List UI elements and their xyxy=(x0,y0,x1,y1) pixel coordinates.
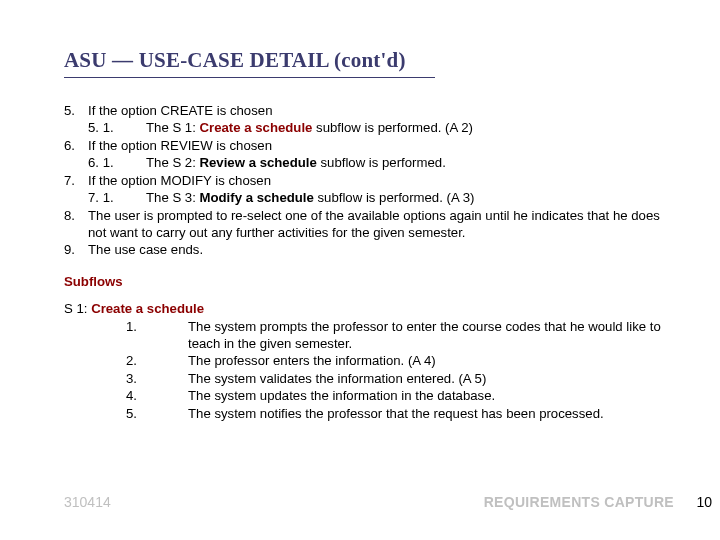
page-number: 10 xyxy=(696,494,712,510)
step-row: 5. If the option CREATE is chosen xyxy=(64,102,664,119)
item-number: 4. xyxy=(126,387,188,404)
item-text: The system updates the information in th… xyxy=(188,387,664,404)
title-underline xyxy=(64,77,435,78)
item-text: The system prompts the professor to ente… xyxy=(188,318,664,353)
step-text: The use case ends. xyxy=(88,241,664,258)
subflow-title: S 1: Create a schedule xyxy=(64,300,664,317)
step-number: 7. xyxy=(64,172,88,189)
step-number: 9. xyxy=(64,241,88,258)
subflows-header: Subflows xyxy=(64,273,664,290)
item-number: 3. xyxy=(126,370,188,387)
step-text: If the option CREATE is chosen xyxy=(88,102,664,119)
subflow-name: Review a schedule xyxy=(200,155,317,170)
step-text: The user is prompted to re-select one of… xyxy=(88,207,664,242)
item-text: The system notifies the professor that t… xyxy=(188,405,664,422)
list-item: 4. The system updates the information in… xyxy=(126,387,664,404)
step-row: 6. If the option REVIEW is chosen xyxy=(64,137,664,154)
substep-text: The S 1: Create a schedule subflow is pe… xyxy=(146,119,664,136)
content: 5. If the option CREATE is chosen 5. 1. … xyxy=(64,102,664,422)
item-number: 1. xyxy=(126,318,188,353)
subflow-name: Modify a schedule xyxy=(200,190,314,205)
substep-text: The S 3: Modify a schedule subflow is pe… xyxy=(146,189,664,206)
spacer xyxy=(64,119,88,136)
substep-number: 6. 1. xyxy=(88,154,146,171)
item-text: The professor enters the information. (A… xyxy=(188,352,664,369)
slide: ASU — USE-CASE DETAIL (cont'd) 5. If the… xyxy=(0,0,720,540)
item-text: The system validates the information ent… xyxy=(188,370,664,387)
item-number: 5. xyxy=(126,405,188,422)
item-number: 2. xyxy=(126,352,188,369)
step-number: 6. xyxy=(64,137,88,154)
list-item: 5. The system notifies the professor tha… xyxy=(126,405,664,422)
subflow-name: Create a schedule xyxy=(91,301,204,316)
footer-section: REQUIREMENTS CAPTURE xyxy=(484,494,674,510)
spacer xyxy=(64,189,88,206)
step-number: 5. xyxy=(64,102,88,119)
step-text: If the option REVIEW is chosen xyxy=(88,137,664,154)
substep-number: 7. 1. xyxy=(88,189,146,206)
step-row: 9. The use case ends. xyxy=(64,241,664,258)
substep-row: 6. 1. The S 2: Review a schedule subflow… xyxy=(64,154,664,171)
substep-row: 7. 1. The S 3: Modify a schedule subflow… xyxy=(64,189,664,206)
list-item: 2. The professor enters the information.… xyxy=(126,352,664,369)
list-item: 3. The system validates the information … xyxy=(126,370,664,387)
step-row: 7. If the option MODIFY is chosen xyxy=(64,172,664,189)
subflow-name: Create a schedule xyxy=(200,120,313,135)
step-text: If the option MODIFY is chosen xyxy=(88,172,664,189)
step-number: 8. xyxy=(64,207,88,242)
substep-number: 5. 1. xyxy=(88,119,146,136)
step-row: 8. The user is prompted to re-select one… xyxy=(64,207,664,242)
substep-row: 5. 1. The S 1: Create a schedule subflow… xyxy=(64,119,664,136)
subflow-steps: 1. The system prompts the professor to e… xyxy=(64,318,664,423)
substep-text: The S 2: Review a schedule subflow is pe… xyxy=(146,154,664,171)
spacer xyxy=(64,154,88,171)
footer-code: 310414 xyxy=(64,494,111,510)
list-item: 1. The system prompts the professor to e… xyxy=(126,318,664,353)
page-title: ASU — USE-CASE DETAIL (cont'd) xyxy=(64,48,664,73)
